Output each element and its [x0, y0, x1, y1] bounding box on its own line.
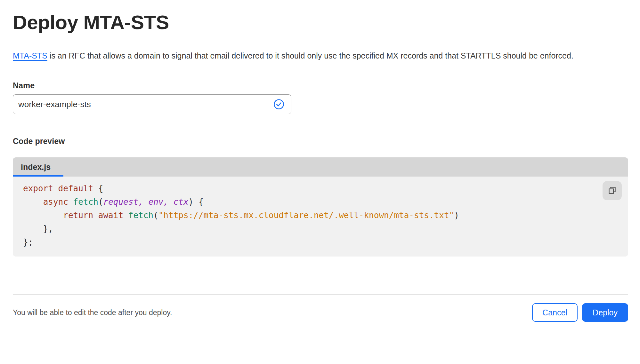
copy-code-button[interactable] [603, 181, 622, 200]
page-title: Deploy MTA-STS [13, 12, 628, 33]
footer-bar: You will be able to edit the code after … [13, 303, 628, 322]
code-line: return await fetch("https://mta-sts.mx.c… [23, 209, 603, 222]
copy-icon [608, 186, 617, 196]
code-line: async fetch(request, env, ctx) { [23, 195, 603, 209]
name-input-wrap [13, 94, 291, 114]
page-description-text: is an RFC that allows a domain to signal… [47, 51, 573, 60]
deploy-mta-sts-page: Deploy MTA-STS MTA-STS is an RFC that al… [0, 0, 628, 322]
page-description: MTA-STS is an RFC that allows a domain t… [13, 49, 624, 63]
code-preview-label: Code preview [13, 137, 628, 146]
code-line: export default { [23, 182, 603, 195]
name-input[interactable] [13, 94, 291, 114]
check-circle-icon [273, 99, 284, 110]
deploy-button[interactable]: Deploy [582, 303, 628, 322]
tab-index-js-label: index.js [21, 162, 51, 172]
cancel-button[interactable]: Cancel [532, 303, 578, 322]
code-line: }; [23, 235, 603, 249]
code-editor: export default { async fetch(request, en… [13, 177, 628, 257]
name-label: Name [13, 81, 628, 90]
footer-actions: Cancel Deploy [532, 303, 628, 322]
code-line: }, [23, 222, 603, 235]
mta-sts-link[interactable]: MTA-STS [13, 51, 47, 60]
code-preview-card: index.js export default { async fetch(re… [13, 157, 628, 257]
footer-note: You will be able to edit the code after … [13, 308, 172, 317]
tab-index-js[interactable]: index.js [13, 157, 60, 177]
footer-divider [13, 294, 628, 295]
code-tab-bar: index.js [13, 157, 628, 177]
code-block: export default { async fetch(request, en… [23, 182, 603, 249]
